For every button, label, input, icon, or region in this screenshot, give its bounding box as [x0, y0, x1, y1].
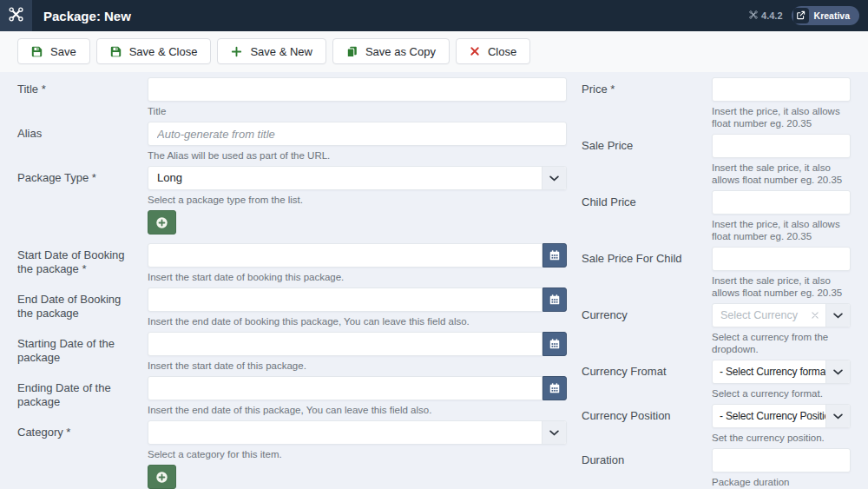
duration-field: Package duration: [712, 448, 851, 488]
category-hint: Select a category for this item.: [148, 448, 567, 460]
package-start-date-input[interactable]: [148, 332, 542, 356]
sale-price-for-child-label: Sale Price For Child: [582, 247, 712, 299]
price-input[interactable]: [712, 77, 851, 102]
save-button[interactable]: Save: [17, 38, 90, 64]
currency-position-field: - Select Currency PositionSet the curren…: [712, 404, 851, 444]
title-input[interactable]: [148, 77, 567, 102]
save-close-button-label: Save & Close: [129, 45, 198, 58]
field-row-package-end-date: Ending Date of the packageInsert the end…: [17, 376, 567, 416]
currency-position-select[interactable]: - Select Currency Position: [712, 404, 851, 428]
currency-select[interactable]: Select Currency: [712, 303, 851, 327]
booking-end-date-calendar-button[interactable]: [542, 287, 567, 312]
child-price-input[interactable]: [712, 190, 851, 215]
sale-price-label: Sale Price: [582, 134, 712, 186]
booking-end-date-input[interactable]: [148, 287, 542, 312]
package-type-add-button[interactable]: [148, 210, 176, 235]
save-icon: [110, 46, 122, 57]
package-edit-form: Title *TitleAliasThe Alias will be used …: [0, 72, 868, 489]
category-add-row: [148, 465, 567, 489]
currency-label: Currency: [582, 303, 712, 355]
package-type-hint: Select a package type from the list.: [148, 194, 567, 206]
booking-start-date-input[interactable]: [148, 243, 542, 268]
field-row-price: Price *Insert the price, it also allows …: [582, 77, 851, 129]
field-row-currency: CurrencySelect CurrencySelect a currency…: [582, 303, 851, 355]
field-row-currency-format: Currency Fromat- Select Currency format …: [582, 360, 851, 400]
chevron-down-icon: [542, 167, 566, 189]
calendar-icon: [549, 382, 561, 394]
title-field: Title: [148, 77, 567, 117]
price-label: Price *: [582, 77, 712, 129]
sale-price-for-child-field: Insert the sale price, it also allows fl…: [712, 247, 851, 299]
alias-input[interactable]: [148, 122, 567, 146]
close-button[interactable]: Close: [456, 38, 530, 64]
joomla-version: 4.4.2: [749, 10, 782, 21]
save-as-copy-button[interactable]: Save as Copy: [332, 38, 450, 64]
price-hint: Insert the price, it also allows float n…: [712, 105, 851, 129]
chevron-down-icon: [542, 421, 566, 444]
joomla-logo[interactable]: [0, 0, 32, 31]
field-row-sale-price-for-child: Sale Price For ChildInsert the sale pric…: [582, 247, 851, 299]
currency-position-hint: Set the currency position.: [712, 432, 851, 444]
top-navbar: Package: New 4.4.2 Kreativa: [0, 0, 868, 31]
save-as-copy-button-label: Save as Copy: [365, 45, 436, 58]
account-label: Kreativa: [814, 10, 850, 21]
field-row-currency-position: Currency Position- Select Currency Posit…: [582, 404, 851, 444]
joomla-logo-icon: [9, 7, 23, 25]
save-new-button[interactable]: Save & New: [217, 38, 326, 64]
booking-end-date-hint: Insert the end date of booking this pack…: [148, 315, 567, 327]
booking-start-date-label: Start Date of Booking the package *: [17, 243, 148, 283]
save-new-button-label: Save & New: [250, 45, 312, 58]
sale-price-for-child-input[interactable]: [712, 247, 851, 271]
currency-position-label: Currency Position: [582, 404, 712, 444]
category-add-button[interactable]: [148, 465, 176, 489]
package-type-field: LongSelect a package type from the list.: [148, 166, 567, 206]
joomla-version-icon: [749, 10, 758, 21]
currency-format-hint: Select a currency format.: [712, 387, 851, 400]
alias-field: The Alias will be used as part of the UR…: [148, 122, 567, 162]
alias-label: Alias: [17, 122, 148, 162]
booking-start-date-calendar-button[interactable]: [542, 243, 567, 268]
currency-format-field: - Select Currency format -Select a curre…: [712, 360, 851, 400]
field-row-category: Category *Select a category for this ite…: [17, 420, 567, 460]
package-start-date-calendar-button[interactable]: [542, 332, 567, 356]
close-button-label: Close: [488, 45, 516, 58]
booking-end-date-label: End Date of Booking the package: [17, 287, 148, 327]
currency-format-label: Currency Fromat: [582, 360, 712, 400]
field-row-package-start-date: Starting Date of the packageInsert the s…: [17, 332, 567, 372]
currency-format-selected-value: - Select Currency format -: [713, 360, 825, 383]
package-end-date-label: Ending Date of the package: [17, 376, 148, 416]
alias-hint: The Alias will be used as part of the UR…: [148, 149, 567, 162]
package-end-date-calendar-button[interactable]: [542, 376, 567, 400]
close-icon: [470, 46, 480, 56]
sale-price-input[interactable]: [712, 134, 851, 158]
package-end-date-field: Insert the end date of this package, You…: [148, 376, 567, 416]
field-row-alias: AliasThe Alias will be used as part of t…: [17, 122, 567, 162]
launch-icon: [793, 8, 809, 23]
save-close-button[interactable]: Save & Close: [96, 38, 212, 64]
field-row-package-type: Package Type *LongSelect a package type …: [17, 166, 567, 206]
booking-start-date-field: Insert the start date of booking this pa…: [148, 243, 567, 283]
duration-input[interactable]: [712, 448, 851, 472]
plus-circle-icon: [155, 471, 168, 484]
currency-placeholder: Select Currency: [713, 304, 812, 327]
plus-circle-icon: [155, 216, 168, 229]
field-row-booking-end-date: End Date of Booking the packageInsert th…: [17, 287, 567, 327]
clear-icon[interactable]: [812, 304, 825, 327]
sale-price-field: Insert the sale price, it also allows fl…: [712, 134, 851, 186]
form-right-column: Price *Insert the price, it also allows …: [582, 77, 851, 489]
currency-hint: Select a currency from the dropdown.: [712, 331, 851, 355]
copy-icon: [346, 46, 358, 57]
package-type-select[interactable]: Long: [148, 166, 567, 190]
package-start-date-hint: Insert the start date of this package.: [148, 360, 567, 372]
duration-label: Duration: [582, 448, 712, 488]
field-row-booking-start-date: Start Date of Booking the package *Inser…: [17, 243, 567, 283]
page-title: Package: New: [43, 9, 131, 23]
save-button-label: Save: [50, 45, 76, 58]
account-menu-button[interactable]: Kreativa: [792, 6, 859, 25]
category-select[interactable]: [148, 420, 567, 445]
duration-hint: Package duration: [712, 476, 851, 488]
chevron-down-icon: [825, 405, 850, 427]
currency-format-select[interactable]: - Select Currency format -: [712, 360, 851, 384]
package-end-date-input[interactable]: [148, 376, 542, 400]
currency-position-selected-value: - Select Currency Position: [713, 405, 825, 427]
